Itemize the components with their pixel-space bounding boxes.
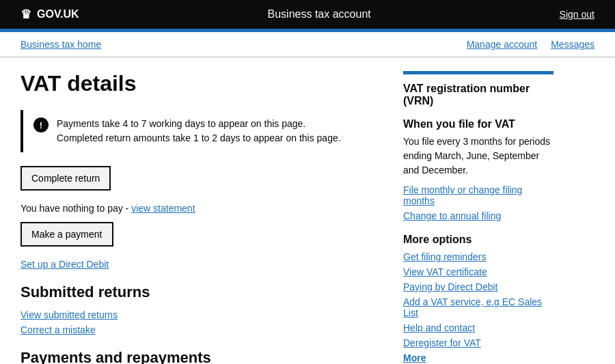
right-column: VAT registration number (VRN) When you f… [403, 71, 554, 364]
vrn-bar [403, 71, 554, 74]
nav-right: Manage account Messages [467, 39, 594, 50]
nav-bar: Business tax home Manage account Message… [0, 32, 615, 57]
view-vat-certificate-link[interactable]: View VAT certificate [403, 266, 554, 277]
business-tax-home-link[interactable]: Business tax home [20, 39, 101, 50]
add-vat-service-link[interactable]: Add a VAT service, e.g EC Sales List [403, 296, 554, 318]
help-contact-link[interactable]: Help and contact [403, 322, 554, 333]
when-file-title: When you file for VAT [403, 118, 554, 130]
warning-line1: Payments take 4 to 7 working days to app… [57, 118, 305, 129]
page-title: VAT details [20, 71, 376, 96]
warning-text: Payments take 4 to 7 working days to app… [57, 117, 341, 145]
complete-return-button[interactable]: Complete return [20, 166, 111, 191]
header-title: Business tax account [268, 8, 371, 20]
payments-title: Payments and repayments [20, 349, 376, 364]
change-annual-filing-link[interactable]: Change to annual filing [403, 210, 554, 221]
view-statement-link[interactable]: view statement [131, 203, 195, 214]
paying-direct-debit-link[interactable]: Paying by Direct Debit [403, 281, 554, 292]
left-column: VAT details ! Payments take 4 to 7 worki… [20, 71, 376, 364]
when-file-text: You file every 3 months for periods endi… [403, 135, 554, 178]
correct-mistake-link[interactable]: Correct a mistake [20, 324, 376, 335]
view-submitted-returns-link[interactable]: View submitted returns [20, 309, 376, 320]
gov-uk-logo: ♛ GOV.UK [20, 7, 79, 22]
warning-box: ! Payments take 4 to 7 working days to a… [20, 110, 376, 152]
warning-icon: ! [33, 117, 49, 132]
vrn-title: VAT registration number (VRN) [403, 83, 554, 107]
deregister-vat-link[interactable]: Deregister for VAT [403, 337, 554, 348]
set-up-direct-debit-link[interactable]: Set up a Direct Debit [20, 259, 376, 270]
submitted-returns-title: Submitted returns [20, 283, 376, 301]
messages-link[interactable]: Messages [551, 39, 594, 50]
crown-icon: ♛ [20, 7, 31, 22]
logo-text: GOV.UK [37, 8, 79, 20]
nothing-to-pay-text: You have nothing to pay - view statement [20, 203, 376, 214]
make-payment-button[interactable]: Make a payment [20, 222, 113, 247]
get-filing-reminders-link[interactable]: Get filing reminders [403, 251, 554, 262]
signout-button[interactable]: Sign out [560, 9, 594, 20]
more-options-title: More options [403, 234, 554, 246]
manage-account-link[interactable]: Manage account [467, 39, 538, 50]
nothing-to-pay-label: You have nothing to pay - [20, 203, 131, 214]
warning-line2: Completed return amounts take 1 to 2 day… [57, 132, 341, 143]
site-header: ♛ GOV.UK Business tax account Sign out [0, 0, 615, 29]
main-container: VAT details ! Payments take 4 to 7 worki… [0, 57, 615, 364]
file-monthly-link[interactable]: File monthly or change filing months [403, 184, 554, 206]
more-link[interactable]: More [403, 352, 554, 363]
